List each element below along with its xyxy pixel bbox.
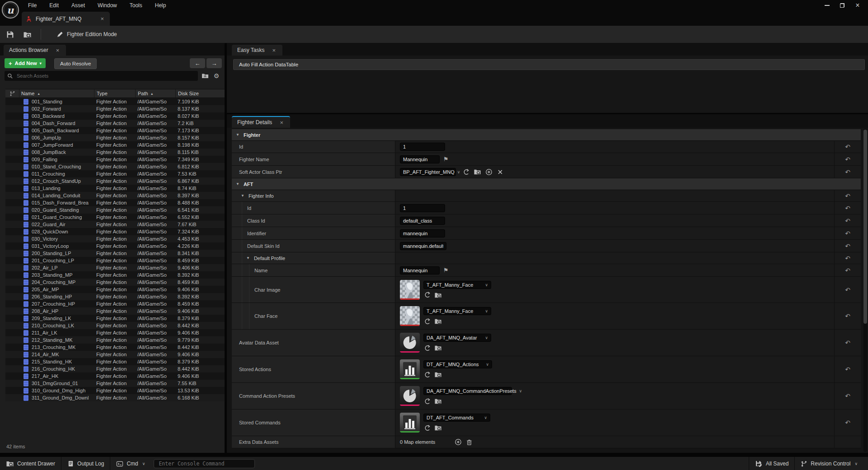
- asset-table-row[interactable]: 004_Dash_Forward Fighter Action /All/Gam…: [5, 120, 225, 127]
- browse-to-asset-button[interactable]: [19, 28, 36, 41]
- fighter-edition-mode-button[interactable]: Fighter Edition Mode: [52, 28, 122, 41]
- asset-table-row[interactable]: 211_Air_LK Fighter Action /All/Game/So 9…: [5, 329, 225, 336]
- subsection-default-profile[interactable]: ▼ Default Profile ↶: [232, 252, 861, 264]
- asset-table-row[interactable]: 204_Crouching_MP Fighter Action /All/Gam…: [5, 279, 225, 286]
- reset-to-default-button[interactable]: ↶: [834, 153, 861, 165]
- add-map-element-button[interactable]: [454, 438, 462, 446]
- easy-tasks-close-icon[interactable]: ×: [271, 47, 277, 54]
- close-button[interactable]: ×: [850, 0, 865, 10]
- clear-asset-button[interactable]: [496, 168, 504, 176]
- fighter-details-close-icon[interactable]: ×: [278, 119, 285, 126]
- minimize-button[interactable]: [819, 0, 835, 10]
- actions-browser-close-icon[interactable]: ×: [55, 47, 61, 54]
- use-selected-asset-button[interactable]: [423, 291, 431, 299]
- revision-control-button[interactable]: Revision Control ∨: [795, 457, 863, 470]
- asset-table-row[interactable]: 216_Crouching_HK Fighter Action /All/Gam…: [5, 365, 225, 372]
- asset-table-row[interactable]: 209_Standing_LK Fighter Action /All/Game…: [5, 315, 225, 322]
- asset-table-row[interactable]: 212_Standing_MK Fighter Action /All/Game…: [5, 336, 225, 344]
- use-selected-asset-button[interactable]: [423, 317, 431, 325]
- console-command-input[interactable]: [158, 460, 251, 467]
- tab-easy-tasks[interactable]: Easy Tasks ×: [232, 45, 282, 56]
- info-id-input[interactable]: [400, 204, 445, 212]
- asset-table-row[interactable]: 003_Backward Fighter Action /All/Game/So…: [5, 112, 225, 120]
- asset-table-row[interactable]: 203_Standing_MP Fighter Action /All/Game…: [5, 271, 225, 279]
- fighter-name-input[interactable]: [400, 155, 440, 163]
- identifier-input[interactable]: [400, 229, 445, 237]
- asset-table-row[interactable]: 020_Guard_Standing Fighter Action /All/G…: [5, 206, 225, 214]
- menu-help[interactable]: Help: [150, 1, 172, 10]
- save-search-button[interactable]: [201, 72, 209, 79]
- asset-table-row[interactable]: 002_Forward Fighter Action /All/Game/So …: [5, 105, 225, 112]
- asset-table-row[interactable]: 005_Dash_Backward Fighter Action /All/Ga…: [5, 127, 225, 134]
- history-forward-button[interactable]: →: [206, 58, 222, 68]
- tab-actions-browser[interactable]: Actions Browser ×: [4, 45, 66, 56]
- column-header-path[interactable]: Path ▲: [135, 89, 175, 98]
- details-scrollbar-thumb[interactable]: [863, 130, 867, 324]
- reset-to-default-button[interactable]: ↶: [834, 227, 861, 239]
- asset-table-row[interactable]: 012_Crouch_StandUp Fighter Action /All/G…: [5, 177, 225, 185]
- char-face-combo[interactable]: T_AFT_Manny_Face∨: [423, 307, 491, 315]
- menu-window[interactable]: Window: [92, 1, 122, 10]
- reset-to-default-button[interactable]: ↶: [834, 166, 861, 178]
- reset-to-default-button[interactable]: ↶: [834, 277, 861, 302]
- use-selected-asset-button[interactable]: [423, 344, 431, 352]
- reset-to-default-button[interactable]: ↶: [834, 240, 861, 252]
- section-fighter[interactable]: ▼ Fighter: [232, 129, 861, 141]
- asset-table-row[interactable]: 206_Standing_HP Fighter Action /All/Game…: [5, 293, 225, 300]
- reset-to-default-button[interactable]: ↶: [834, 330, 861, 356]
- column-header-disk-size[interactable]: Disk Size: [175, 89, 225, 98]
- reset-to-default-button[interactable]: ↶: [834, 303, 861, 329]
- use-selected-asset-button[interactable]: [462, 168, 470, 176]
- default-skin-id-input[interactable]: [400, 242, 446, 250]
- browse-to-asset-button[interactable]: [474, 168, 481, 176]
- reset-to-default-button[interactable]: ↶: [834, 264, 861, 276]
- output-log-button[interactable]: Output Log: [61, 457, 110, 470]
- use-selected-asset-button[interactable]: [423, 371, 431, 378]
- avatar-data-asset-combo[interactable]: DA_AFT_MNQ_Avatar∨: [423, 334, 491, 342]
- view-settings-button[interactable]: ⚙: [212, 72, 221, 79]
- auto-resolve-button[interactable]: Auto Resolve: [54, 58, 97, 69]
- char-face-thumbnail[interactable]: [400, 306, 420, 326]
- asset-table-row[interactable]: 010_Stand_Crouching Fighter Action /All/…: [5, 163, 225, 170]
- all-saved-button[interactable]: All Saved: [749, 457, 795, 470]
- profile-name-input[interactable]: [400, 266, 440, 275]
- history-back-button[interactable]: ←: [190, 58, 205, 68]
- details-scrollbar[interactable]: [863, 129, 867, 452]
- asset-table-row[interactable]: 202_Air_LP Fighter Action /All/Game/So 9…: [5, 264, 225, 271]
- asset-table-row[interactable]: 031_VictoryLoop Fighter Action /All/Game…: [5, 242, 225, 250]
- add-new-button[interactable]: + Add New ▾: [5, 58, 46, 68]
- console-command-field[interactable]: [154, 459, 255, 468]
- asset-table-row[interactable]: 201_Crouching_LP Fighter Action /All/Gam…: [5, 257, 225, 264]
- reset-to-default-button[interactable]: ↶: [834, 356, 861, 382]
- search-assets-field[interactable]: [5, 71, 198, 81]
- clear-map-button[interactable]: [465, 438, 473, 446]
- stored-commands-thumbnail[interactable]: [400, 413, 420, 433]
- command-action-presets-combo[interactable]: DA_AFT_MNQ_CommandActionPresets∨: [423, 387, 512, 395]
- asset-table-row[interactable]: 215_Standing_HK Fighter Action /All/Game…: [5, 358, 225, 365]
- restore-button[interactable]: [835, 0, 850, 10]
- stored-actions-thumbnail[interactable]: [400, 359, 420, 379]
- section-aft[interactable]: ▼ AFT: [232, 178, 861, 190]
- reset-to-default-button[interactable]: ↶: [834, 141, 861, 153]
- save-button[interactable]: [2, 28, 19, 41]
- asset-tab-close-icon[interactable]: ×: [99, 15, 105, 22]
- asset-table-row[interactable]: 011_Crouching Fighter Action /All/Game/S…: [5, 170, 225, 177]
- asset-table-row[interactable]: 217_Air_HK Fighter Action /All/Game/So 9…: [5, 372, 225, 380]
- asset-table-row[interactable]: 009_Falling Fighter Action /All/Game/So …: [5, 156, 225, 163]
- stored-actions-combo[interactable]: DT_AFT_MNQ_Actions∨: [423, 360, 492, 368]
- browse-to-asset-button[interactable]: [434, 371, 442, 378]
- asset-table-row[interactable]: 028_QuickDown Fighter Action /All/Game/S…: [5, 228, 225, 235]
- reset-to-default-button[interactable]: ↶: [834, 252, 861, 264]
- reset-to-default-button[interactable]: ↶: [834, 214, 861, 227]
- asset-table-row[interactable]: 210_Crouching_LK Fighter Action /All/Gam…: [5, 322, 225, 329]
- asset-table-row[interactable]: 310_Ground_Dmg_High Fighter Action /All/…: [5, 387, 225, 394]
- asset-table-row[interactable]: 021_Guard_Crouching Fighter Action /All/…: [5, 214, 225, 221]
- menu-file[interactable]: File: [23, 1, 42, 10]
- char-image-combo[interactable]: T_AFT_Manny_Face∨: [423, 281, 491, 289]
- class-id-input[interactable]: [400, 217, 445, 225]
- use-selected-asset-button[interactable]: [423, 424, 431, 432]
- auto-fill-action-datatable-button[interactable]: Auto Fill Action DataTable: [233, 59, 865, 70]
- reset-to-default-button[interactable]: ↶: [834, 383, 861, 409]
- asset-table-row[interactable]: 007_JumpForward Fighter Action /All/Game…: [5, 141, 225, 149]
- reset-to-default-button[interactable]: ↶: [834, 410, 861, 436]
